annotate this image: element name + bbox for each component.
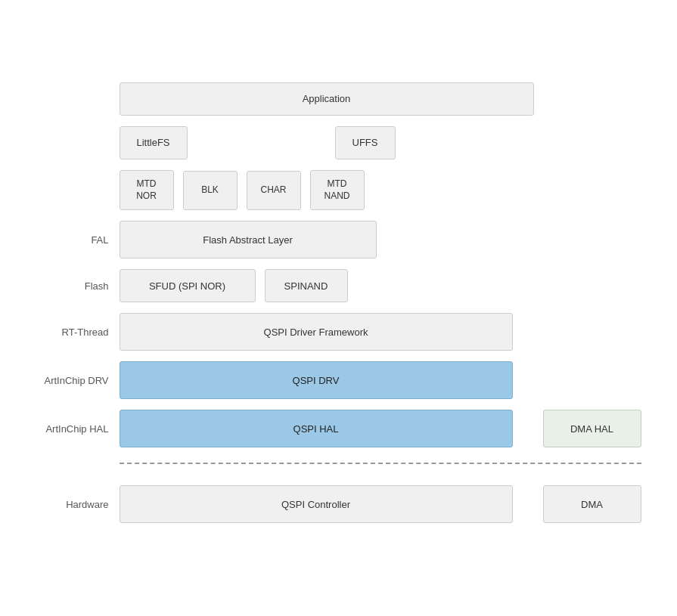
- littlefs-box: LittleFS: [120, 126, 188, 159]
- qspi-hal-box: QSPI HAL: [120, 410, 513, 447]
- mtd-nor-text: MTD NOR: [136, 178, 157, 202]
- char-box: CHAR: [247, 171, 301, 210]
- fs-content: LittleFS UFFS: [120, 126, 641, 159]
- hal-content: QSPI HAL DMA HAL: [120, 410, 641, 447]
- hal-label-text: ArtInChip HAL: [45, 423, 108, 435]
- fal-text: Flash Abstract Layer: [203, 234, 293, 246]
- qspi-ctrl-text: QSPI Controller: [281, 499, 350, 510]
- application-box: Application: [120, 82, 534, 116]
- application-content: Application: [120, 82, 641, 116]
- qspi-framework-box: QSPI Driver Framework: [120, 313, 513, 351]
- drv-row: ArtInChip DRV QSPI DRV: [36, 361, 641, 399]
- hardware-row: Hardware QSPI Controller DMA: [36, 485, 641, 523]
- sfud-text: SFUD (SPI NOR): [149, 280, 225, 292]
- fal-row: FAL Flash Abstract Layer: [36, 221, 641, 258]
- dashed-divider-row: [36, 458, 641, 475]
- hardware-content: QSPI Controller DMA: [120, 485, 641, 523]
- fal-content: Flash Abstract Layer: [120, 221, 641, 258]
- drv-content: QSPI DRV: [120, 361, 641, 399]
- char-text: CHAR: [260, 184, 286, 197]
- mtd-nand-text: MTD NAND: [324, 178, 349, 202]
- flash-content: SFUD (SPI NOR) SPINAND: [120, 269, 641, 302]
- mtd-nor-box: MTD NOR: [120, 170, 174, 210]
- dma-box: DMA: [543, 485, 641, 523]
- hardware-label-text: Hardware: [66, 499, 108, 510]
- hal-label: ArtInChip HAL: [36, 423, 120, 435]
- fal-box: Flash Abstract Layer: [120, 221, 377, 258]
- qspi-drv-text: QSPI DRV: [293, 375, 340, 386]
- flash-row: Flash SFUD (SPI NOR) SPINAND: [36, 269, 641, 302]
- blk-text: BLK: [201, 184, 219, 197]
- fal-label: FAL: [36, 234, 120, 246]
- qspi-framework-text: QSPI Driver Framework: [264, 327, 368, 338]
- blk-box: BLK: [183, 171, 238, 210]
- application-text: Application: [303, 93, 351, 104]
- rtthread-label-text: RT-Thread: [62, 327, 109, 338]
- driver-types-row: MTD NOR BLK CHAR MTD NAND: [36, 170, 641, 210]
- flash-label-text: Flash: [85, 280, 109, 292]
- sfud-box: SFUD (SPI NOR): [120, 269, 256, 302]
- dma-text: DMA: [581, 499, 603, 510]
- qspi-ctrl-box: QSPI Controller: [120, 485, 513, 523]
- flash-label: Flash: [36, 280, 120, 292]
- hardware-label: Hardware: [36, 499, 120, 510]
- qspi-hal-text: QSPI HAL: [293, 423, 339, 435]
- fs-row: LittleFS UFFS: [36, 126, 641, 159]
- littlefs-text: LittleFS: [136, 137, 169, 148]
- architecture-diagram: Application LittleFS UFFS MTD NOR: [29, 67, 649, 549]
- application-row: Application: [36, 82, 641, 116]
- dma-hal-text: DMA HAL: [570, 423, 613, 435]
- drv-label: ArtInChip DRV: [36, 375, 120, 386]
- spinand-text: SPINAND: [284, 280, 328, 292]
- uffs-box: UFFS: [335, 126, 396, 159]
- driver-types-content: MTD NOR BLK CHAR MTD NAND: [120, 170, 641, 210]
- qspi-drv-box: QSPI DRV: [120, 361, 513, 399]
- dma-hal-box: DMA HAL: [543, 410, 641, 447]
- mtd-nand-box: MTD NAND: [310, 170, 365, 210]
- dashed-divider: [120, 463, 641, 464]
- uffs-text: UFFS: [352, 137, 378, 148]
- rtthread-row: RT-Thread QSPI Driver Framework: [36, 313, 641, 351]
- rtthread-content: QSPI Driver Framework: [120, 313, 641, 351]
- fal-label-text: FAL: [91, 234, 108, 246]
- drv-label-text: ArtInChip DRV: [44, 375, 108, 386]
- spinand-box: SPINAND: [265, 269, 348, 302]
- hal-row: ArtInChip HAL QSPI HAL DMA HAL: [36, 410, 641, 447]
- rtthread-label: RT-Thread: [36, 327, 120, 338]
